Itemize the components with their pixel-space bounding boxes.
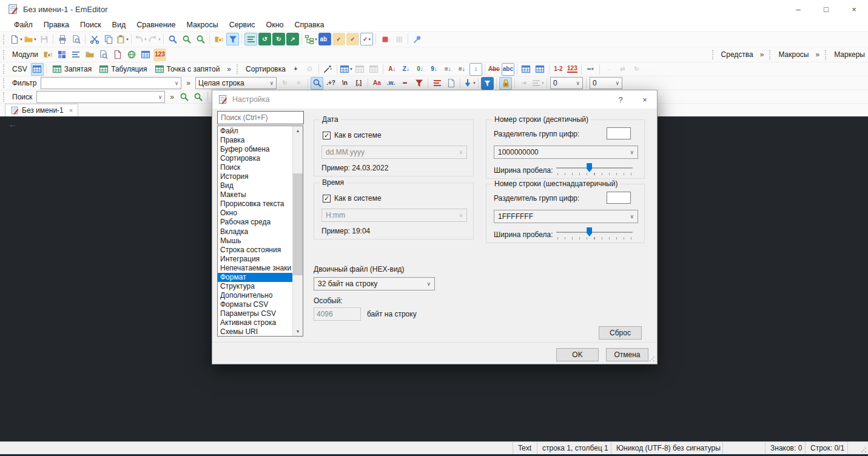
delimiter-semicolon-button[interactable]: Точка с запятой <box>151 63 224 76</box>
whole-word-icon[interactable]: .w. <box>385 77 397 90</box>
find-icon[interactable] <box>166 33 179 45</box>
lock-icon[interactable] <box>499 77 512 90</box>
find-prev-icon[interactable] <box>194 33 207 45</box>
csv-mode-icon[interactable] <box>31 63 44 76</box>
toolbar-grip[interactable] <box>825 50 828 59</box>
no-wrap-icon[interactable]: ↗ <box>286 33 299 45</box>
minimize-button[interactable]: – <box>784 0 812 18</box>
settings-list-item[interactable]: История <box>218 172 292 181</box>
explorer-plugin-icon[interactable]: ab▾ <box>318 33 331 45</box>
settings-list-item[interactable]: Вид <box>218 181 292 190</box>
column-move-left-icon[interactable]: ↻ <box>630 63 643 76</box>
separator-width-icon[interactable]: ━▾ <box>584 63 597 76</box>
toolbar-grip[interactable] <box>3 64 6 74</box>
print-preview-icon[interactable] <box>70 33 82 45</box>
plain-doc-icon[interactable] <box>445 77 457 90</box>
hex-separator-input[interactable] <box>607 192 631 204</box>
sort-len-asc-icon[interactable]: ≡↓ <box>442 63 454 76</box>
toolbar-grip[interactable] <box>237 64 240 74</box>
settings-list-item[interactable]: Непечатаемые знаки <box>218 264 292 273</box>
tab-close-icon[interactable]: × <box>69 107 73 114</box>
advanced-filter-icon[interactable] <box>481 77 494 90</box>
validator-plugin-icon[interactable]: ✓▾ <box>360 33 373 45</box>
reset-button[interactable]: Сброс <box>599 326 642 340</box>
menu-edit[interactable]: Правка <box>38 21 75 29</box>
sort-len-desc-icon[interactable]: ≡↓ <box>456 63 468 76</box>
search-prev-icon[interactable] <box>192 90 205 103</box>
settings-list-item[interactable]: Макеты <box>218 190 292 200</box>
combine-column-icon[interactable] <box>534 63 547 76</box>
filter-count-combo[interactable]: 0∨ <box>550 77 583 89</box>
close-button[interactable]: × <box>840 0 868 18</box>
menu-window[interactable]: Окно <box>260 21 289 29</box>
time-format-combo[interactable]: H:mm∨ <box>321 209 467 222</box>
column-mode-icon[interactable]: ▾ <box>340 63 352 76</box>
settings-list-item[interactable]: Параметры CSV <box>218 309 292 318</box>
abc-inspect-icon[interactable]: abc <box>502 63 514 76</box>
filter-remove-icon[interactable] <box>412 77 425 90</box>
snippet-library-icon[interactable]: ✓ <box>346 33 359 45</box>
settings-list-item[interactable]: Файл <box>218 127 292 136</box>
sort-add-icon[interactable]: + <box>289 63 302 76</box>
scroll-down-icon[interactable]: ▼ <box>293 327 303 336</box>
sort-disable-icon[interactable]: ∅ <box>303 63 316 76</box>
settings-list-item[interactable]: Интеграция <box>218 255 292 264</box>
dialog-close-button[interactable]: × <box>633 90 657 109</box>
settings-list-item[interactable]: Поиск <box>218 163 292 172</box>
undo-icon[interactable]: ▾ <box>134 33 147 45</box>
macros-overflow[interactable]: » <box>812 50 823 59</box>
ok-button[interactable]: OK <box>556 348 599 361</box>
paste-icon[interactable]: ▾ <box>116 33 129 45</box>
settings-list-item[interactable]: Активная строка <box>218 318 292 327</box>
settings-list-item[interactable]: Рабочая среда <box>218 218 292 227</box>
outline-plugin-icon[interactable]: ▾ <box>304 33 317 45</box>
settings-list-item[interactable]: Прорисовка текста <box>218 200 292 209</box>
delimiter-tab-button[interactable]: Табуляция <box>95 63 150 76</box>
filter-search-icon[interactable] <box>311 77 323 90</box>
column-insert-icon[interactable]: → <box>602 63 615 76</box>
toolbar-grip[interactable] <box>3 92 6 102</box>
tools-overflow[interactable]: » <box>756 50 768 59</box>
dec-space-slider[interactable] <box>556 163 633 175</box>
sort-num-desc-icon[interactable]: 9↓ <box>428 63 440 76</box>
delete-duplicates-icon[interactable]: Abc <box>488 63 500 76</box>
maximize-button[interactable]: □ <box>812 0 840 18</box>
new-file-icon[interactable]: ▾ <box>10 33 22 45</box>
save-file-icon[interactable] <box>38 33 50 45</box>
date-format-combo[interactable]: dd.MM.yyyy∨ <box>321 146 467 159</box>
settings-list-item[interactable]: Окно <box>218 209 292 218</box>
settings-list-item[interactable]: Мышь <box>218 236 292 246</box>
module-web-icon[interactable] <box>126 49 138 61</box>
csv-overflow[interactable]: » <box>223 65 235 73</box>
sort-options-icon[interactable] <box>321 63 334 76</box>
hex-space-slider[interactable] <box>556 227 633 239</box>
custom-bytes-input[interactable] <box>314 307 361 321</box>
toolbar-grip[interactable] <box>3 35 6 44</box>
filter-mode-combo[interactable]: Целая строка∨ <box>195 77 277 89</box>
scroll-thumb[interactable] <box>293 173 303 275</box>
menu-help[interactable]: Справка <box>289 21 329 29</box>
dec-slider-thumb[interactable] <box>587 163 592 172</box>
ruler-icon[interactable]: 123 <box>566 63 579 76</box>
dec-preview-combo[interactable]: 1000000000∨ <box>494 146 638 159</box>
redo-icon[interactable]: ▾ <box>148 33 161 45</box>
column-edit-icon[interactable] <box>354 63 366 76</box>
copy-icon[interactable] <box>102 33 115 45</box>
filter-overflow[interactable]: » <box>183 79 194 87</box>
settings-list-item[interactable]: Буфер обмена <box>218 145 292 154</box>
module-search-icon[interactable] <box>42 49 55 61</box>
settings-list-item[interactable]: Сортировка <box>218 154 292 163</box>
sort-reverse-icon[interactable]: ↕ <box>469 63 482 76</box>
hex-view-combo[interactable]: 32 байт на строку∨ <box>314 277 435 290</box>
module-projects-icon[interactable] <box>84 49 96 61</box>
toolbar-grip[interactable] <box>3 78 6 88</box>
hex-slider-thumb[interactable] <box>587 227 592 236</box>
snippet-plugin-icon[interactable]: ✓ <box>332 33 345 45</box>
print-icon[interactable] <box>56 33 69 45</box>
number-range-icon[interactable]: [,] <box>352 77 365 90</box>
settings-list-item[interactable]: Строка состояния <box>218 246 292 255</box>
filter-level-combo[interactable]: 0∨ <box>590 77 622 89</box>
dec-separator-input[interactable] <box>607 127 631 139</box>
settings-list-item[interactable]: Правка <box>218 136 292 145</box>
resize-grip-icon[interactable] <box>861 447 867 453</box>
